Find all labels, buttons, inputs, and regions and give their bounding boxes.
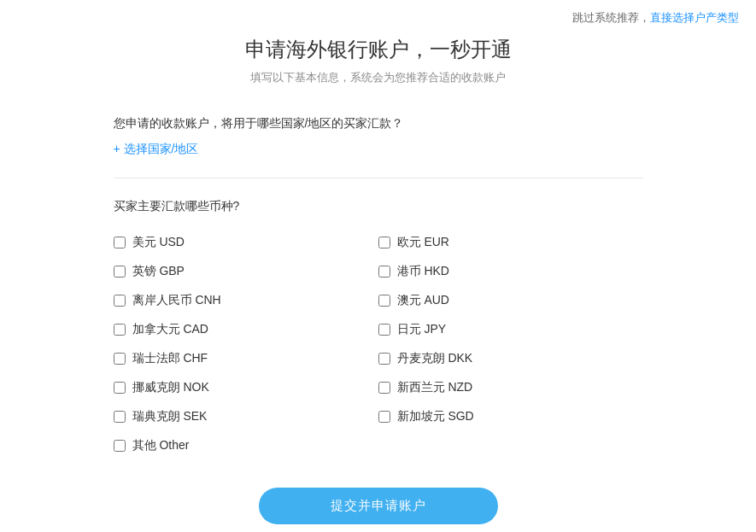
currency-item-nok[interactable]: 挪威克朗 NOK (114, 373, 378, 402)
section-divider (114, 178, 643, 178)
sek-label: 瑞典克朗 SEK (132, 409, 208, 424)
top-bar: 跳过系统推荐， 直接选择户产类型 (0, 0, 756, 36)
chf-label: 瑞士法郎 CHF (132, 351, 208, 366)
aud-label: 澳元 AUD (397, 293, 449, 308)
gbp-label: 英镑 GBP (132, 264, 185, 279)
sgd-label: 新加坡元 SGD (397, 409, 474, 424)
currency-item-chf[interactable]: 瑞士法郎 CHF (114, 344, 378, 373)
currency-item-dkk[interactable]: 丹麦克朗 DKK (378, 344, 643, 373)
dkk-checkbox[interactable] (378, 353, 390, 365)
gbp-checkbox[interactable] (114, 266, 126, 278)
eur-label: 欧元 EUR (397, 235, 449, 250)
topbar-link[interactable]: 直接选择户产类型 (650, 10, 739, 26)
main-container: 申请海外银行账户，一秒开通 填写以下基本信息，系统会为您推荐合适的收款账户 您申… (79, 36, 677, 532)
sek-checkbox[interactable] (114, 411, 126, 423)
currency-item-hkd[interactable]: 港币 HKD (378, 257, 643, 286)
currency-item-nzd[interactable]: 新西兰元 NZD (378, 373, 643, 402)
jpy-label: 日元 JPY (397, 322, 447, 337)
dkk-label: 丹麦克朗 DKK (397, 351, 473, 366)
jpy-checkbox[interactable] (378, 324, 390, 336)
currency-item-usd[interactable]: 美元 USD (114, 228, 378, 257)
nok-checkbox[interactable] (114, 382, 126, 394)
currency-item-sgd[interactable]: 新加坡元 SGD (378, 402, 643, 431)
page-title: 申请海外银行账户，一秒开通 (114, 36, 643, 63)
currency-item-cnh[interactable]: 离岸人民币 CNH (114, 286, 378, 315)
country-section-label: 您申请的收款账户，将用于哪些国家/地区的买家汇款？ (114, 116, 643, 132)
usd-label: 美元 USD (132, 235, 185, 250)
page-subtitle: 填写以下基本信息，系统会为您推荐合适的收款账户 (114, 70, 643, 85)
page-header: 申请海外银行账户，一秒开通 填写以下基本信息，系统会为您推荐合适的收款账户 (114, 36, 643, 85)
cnh-label: 离岸人民币 CNH (132, 293, 221, 308)
currency-item-gbp[interactable]: 英镑 GBP (114, 257, 378, 286)
sgd-checkbox[interactable] (378, 411, 390, 423)
cad-checkbox[interactable] (114, 324, 126, 336)
cad-label: 加拿大元 CAD (132, 322, 208, 337)
add-country-link[interactable]: + 选择国家/地区 (114, 142, 199, 155)
submit-button[interactable]: 提交并申请账户 (259, 488, 498, 524)
nok-label: 挪威克朗 NOK (132, 380, 209, 395)
other-checkbox[interactable] (114, 440, 126, 452)
usd-checkbox[interactable] (114, 237, 126, 248)
currency-item-sek[interactable]: 瑞典克朗 SEK (114, 402, 378, 431)
currency-item-aud[interactable]: 澳元 AUD (378, 286, 643, 315)
eur-checkbox[interactable] (378, 237, 390, 248)
topbar-hint: 跳过系统推荐， (572, 10, 650, 26)
hkd-checkbox[interactable] (378, 266, 390, 278)
currency-item-cad[interactable]: 加拿大元 CAD (114, 315, 378, 344)
currency-section: 买家主要汇款哪些币种? 美元 USD欧元 EUR英镑 GBP港币 HKD离岸人民… (114, 199, 643, 460)
currency-item-eur[interactable]: 欧元 EUR (378, 228, 643, 257)
currency-grid: 美元 USD欧元 EUR英镑 GBP港币 HKD离岸人民币 CNH澳元 AUD加… (114, 228, 643, 431)
other-label: 其他 Other (132, 438, 190, 453)
currency-item-jpy[interactable]: 日元 JPY (378, 315, 643, 344)
aud-checkbox[interactable] (378, 295, 390, 307)
chf-checkbox[interactable] (114, 353, 126, 365)
nzd-checkbox[interactable] (378, 382, 390, 394)
cnh-checkbox[interactable] (114, 295, 126, 307)
nzd-label: 新西兰元 NZD (397, 380, 473, 395)
hkd-label: 港币 HKD (397, 264, 449, 279)
country-section: 您申请的收款账户，将用于哪些国家/地区的买家汇款？ + 选择国家/地区 (114, 116, 643, 157)
currency-section-label: 买家主要汇款哪些币种? (114, 199, 643, 214)
other-currency-item[interactable]: 其他 Other (114, 431, 643, 460)
